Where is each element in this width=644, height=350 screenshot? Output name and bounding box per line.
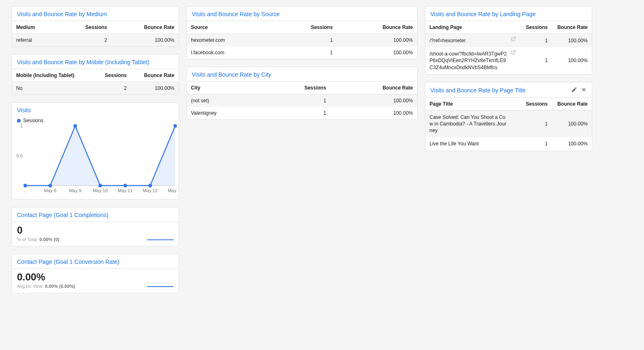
card-title-goal-conversion: Contact Page (Goal 1 Conversion Rate): [12, 254, 178, 268]
cell: 100.00%: [552, 110, 592, 137]
landing-page-text: /shoot-a-cow/?fbclid=IwAR3TgwP2P6xDQqVlE…: [429, 51, 507, 70]
card-title-text: Visits and Bounce Rate by Page Title: [430, 87, 526, 94]
svg-text:May 9: May 9: [69, 188, 82, 193]
th-bounce[interactable]: Bounce Rate: [337, 21, 417, 34]
cell-landing-page: /shoot-a-cow/?fbclid=IwAR3TgwP2P6xDQqVlE…: [425, 47, 519, 74]
legend-dot-icon: [17, 119, 21, 123]
cell-landing-page: /?ref=hexometer: [425, 34, 519, 48]
table-row[interactable]: /shoot-a-cow/?fbclid=IwAR3TgwP2P6xDQqVlE…: [425, 47, 592, 74]
cell: l.facebook.com: [187, 46, 275, 59]
th-landing-page[interactable]: Landing Page: [425, 21, 519, 34]
cell: 1: [263, 94, 330, 107]
card-title-page-title: Visits and Bounce Rate by Page Title: [425, 82, 592, 97]
card-source: Visits and Bounce Rate by Source Source …: [186, 6, 417, 59]
card-title-text: Visits and Bounce Rate by City: [192, 71, 271, 78]
cell: 1: [519, 34, 552, 48]
card-title-text: Visits and Bounce Rate by Landing Page: [430, 11, 535, 17]
th-sessions[interactable]: Sessions: [59, 21, 111, 34]
table-row[interactable]: /?ref=hexometer 1 100.00%: [425, 34, 592, 48]
table-row[interactable]: Case Solved: Can You Shoot a Cow in Camb…: [425, 110, 592, 137]
cell: hexometer.com: [187, 34, 275, 47]
sparkline: [147, 235, 174, 241]
card-goal-completions: Contact Page (Goal 1 Completions) 0 % of…: [12, 207, 179, 246]
cell: 1: [263, 107, 330, 119]
table-row[interactable]: l.facebook.com 1 100.00%: [187, 46, 417, 59]
open-in-new-icon[interactable]: [511, 36, 516, 43]
open-in-new-icon[interactable]: [511, 50, 516, 56]
card-title-text: Visits: [17, 107, 31, 113]
svg-point-3: [24, 184, 27, 188]
cell: Live the Life You Want: [425, 137, 519, 150]
th-bounce[interactable]: Bounce Rate: [330, 82, 417, 94]
cell: Valentigney: [187, 107, 263, 119]
svg-text:May 10: May 10: [93, 188, 108, 193]
th-sessions[interactable]: Sessions: [519, 97, 552, 110]
svg-text:May 8: May 8: [44, 188, 56, 193]
table-row[interactable]: Valentigney 1 100.00%: [187, 107, 417, 119]
table-row[interactable]: (not set) 1 100.00%: [187, 94, 417, 107]
table-row[interactable]: hexometer.com 1 100.00%: [187, 34, 417, 47]
card-title-visits: Visits: [12, 103, 178, 117]
close-icon[interactable]: [581, 87, 587, 94]
table-medium: Medium Sessions Bounce Rate referral 2 1…: [12, 21, 178, 46]
svg-text:1: 1: [20, 124, 23, 128]
chart-area[interactable]: 0.51...May 8May 9May 10May 11May 12May 1…: [12, 124, 178, 199]
th-sessions[interactable]: Sessions: [519, 21, 552, 34]
th-sessions[interactable]: Sessions: [94, 69, 131, 82]
cell: No: [12, 82, 94, 95]
cell: 100.00%: [552, 137, 592, 150]
card-title-text: Contact Page (Goal 1 Conversion Rate): [17, 258, 119, 265]
th-bounce[interactable]: Bounce Rate: [552, 97, 592, 110]
card-visits-chart: Visits Sessions 0.51...May 8May 9May 10M…: [12, 102, 179, 200]
cell: 100.00%: [131, 82, 178, 95]
th-source[interactable]: Source: [187, 21, 275, 34]
table-page-title: Page Title Sessions Bounce Rate Case Sol…: [425, 97, 592, 151]
cell: 100.00%: [330, 94, 417, 107]
cell: 100.00%: [337, 46, 417, 59]
table-row[interactable]: Live the Life You Want 1 100.00%: [425, 137, 592, 150]
card-title-text: Visits and Bounce Rate by Mobile (Includ…: [17, 59, 149, 65]
svg-text:May 13: May 13: [168, 188, 177, 193]
th-bounce[interactable]: Bounce Rate: [131, 69, 178, 82]
card-title-city: Visits and Bounce Rate by City: [187, 67, 417, 81]
th-page-title[interactable]: Page Title: [425, 97, 519, 110]
sub-prefix: Avg for View:: [17, 284, 45, 289]
card-page-title: Visits and Bounce Rate by Page Title Pag…: [425, 82, 592, 151]
th-sessions[interactable]: Sessions: [275, 21, 337, 34]
th-bounce[interactable]: Bounce Rate: [111, 21, 178, 34]
card-landing-page: Visits and Bounce Rate by Landing Page L…: [425, 6, 592, 75]
th-mobile[interactable]: Mobile (Including Tablet): [12, 69, 94, 82]
edit-icon[interactable]: [571, 87, 577, 94]
svg-point-5: [73, 124, 77, 128]
svg-text:0.5: 0.5: [17, 153, 23, 158]
table-landing: Landing Page Sessions Bounce Rate /?ref=…: [425, 21, 592, 74]
card-mobile: Visits and Bounce Rate by Mobile (Includ…: [12, 54, 179, 95]
column-2: Visits and Bounce Rate by Source Source …: [186, 6, 417, 293]
column-3: Visits and Bounce Rate by Landing Page L…: [425, 6, 592, 293]
table-mobile: Mobile (Including Tablet) Sessions Bounc…: [12, 69, 178, 94]
svg-text:...: ...: [23, 188, 27, 193]
svg-point-9: [174, 124, 177, 128]
card-medium: Visits and Bounce Rate by Medium Medium …: [12, 6, 179, 47]
th-sessions[interactable]: Sessions: [263, 82, 330, 94]
scorecard-value: 0: [17, 222, 174, 236]
th-city[interactable]: City: [187, 82, 263, 94]
th-bounce[interactable]: Bounce Rate: [552, 21, 592, 34]
cell: 1: [519, 137, 552, 150]
cell: 1: [275, 34, 337, 47]
card-city: Visits and Bounce Rate by City City Sess…: [186, 67, 417, 120]
svg-text:May 12: May 12: [143, 188, 158, 193]
cell: 100.00%: [552, 47, 592, 74]
card-title-text: Visits and Bounce Rate by Medium: [17, 11, 107, 17]
column-1: Visits and Bounce Rate by Medium Medium …: [12, 6, 179, 293]
table-row[interactable]: No 2 100.00%: [12, 82, 178, 95]
cell: Case Solved: Can You Shoot a Cow in Camb…: [425, 110, 519, 137]
card-title-text: Visits and Bounce Rate by Source: [192, 11, 280, 17]
cell: 100.00%: [552, 34, 592, 48]
th-medium[interactable]: Medium: [12, 21, 59, 34]
table-row[interactable]: referral 2 100.00%: [12, 34, 178, 47]
cell: 100.00%: [337, 34, 417, 47]
sub-prefix: % of Total:: [17, 237, 39, 242]
card-title-source: Visits and Bounce Rate by Source: [187, 7, 417, 21]
card-title-medium: Visits and Bounce Rate by Medium: [12, 7, 178, 21]
